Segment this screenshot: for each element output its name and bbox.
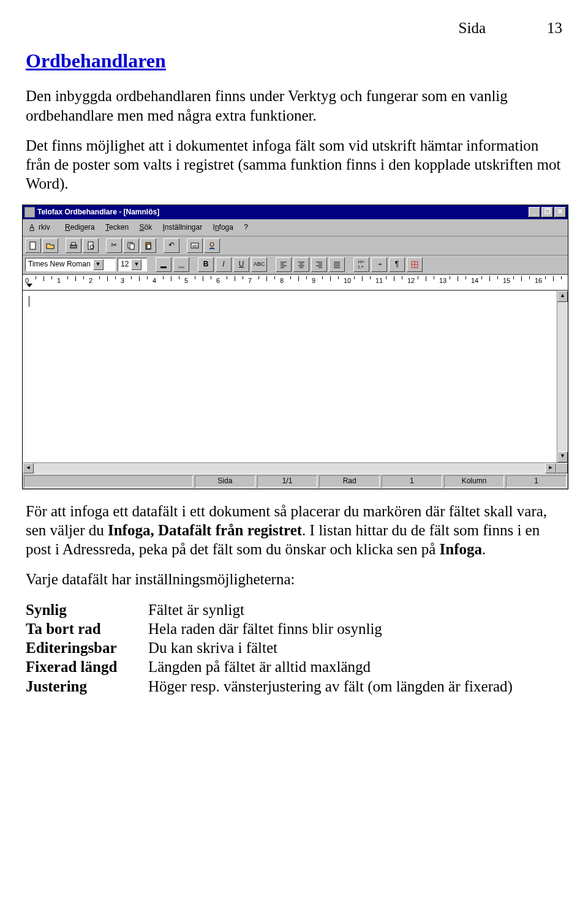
svg-rect-2 bbox=[72, 243, 75, 245]
definition-list: SynligFältet är synligtTa bort radHela r… bbox=[26, 600, 562, 696]
intro-para-2: Det finns möjlighet att i dokumentet inf… bbox=[26, 136, 562, 194]
italic-button[interactable]: I bbox=[216, 257, 232, 272]
highlight-button[interactable] bbox=[173, 257, 189, 272]
definition-description: Du kan skriva i fältet bbox=[148, 638, 562, 657]
dropdown-icon[interactable]: ▼ bbox=[131, 259, 141, 270]
definition-description: Höger resp. vänsterjustering av fält (om… bbox=[148, 677, 562, 696]
status-kolumn-value: 1 bbox=[506, 475, 567, 488]
definition-term: Fixerad längd bbox=[26, 657, 148, 676]
line-spacing-button[interactable]: H+L+ bbox=[353, 257, 369, 272]
ruler-indent-marker[interactable] bbox=[26, 284, 32, 287]
menu-installningar[interactable]: Inställningar bbox=[159, 222, 207, 233]
intro-para-1: Den inbyggda ordbehandlaren finns under … bbox=[26, 86, 562, 125]
para-4: Varje datafält har inställningsmöjlighet… bbox=[26, 570, 562, 589]
titlebar[interactable]: Telofax Ordbehandlare - [Namnlös] _ ❐ ✕ bbox=[23, 205, 568, 219]
statusbar: Sida 1/1 Rad 1 Kolumn 1 bbox=[23, 473, 568, 489]
table-button[interactable] bbox=[407, 257, 423, 272]
open-button[interactable] bbox=[42, 238, 58, 253]
definition-description: Längden på fältet är alltid maxlängd bbox=[148, 657, 562, 676]
font-color-button[interactable] bbox=[156, 257, 172, 272]
scroll-down-button[interactable]: ▼ bbox=[557, 451, 568, 462]
print-button[interactable] bbox=[66, 238, 81, 253]
scroll-right-button[interactable]: ► bbox=[545, 463, 556, 473]
status-kolumn-label: Kolumn bbox=[444, 475, 505, 488]
ruler-number: 1 bbox=[57, 277, 61, 285]
font-size-value: 12 bbox=[121, 260, 129, 269]
undo-button[interactable]: ↶ bbox=[164, 238, 179, 253]
pilcrow-button[interactable]: ¶ bbox=[389, 257, 405, 272]
definition-row: Ta bort radHela raden där fältet finns b… bbox=[26, 619, 562, 638]
svg-rect-0 bbox=[30, 242, 36, 249]
cut-button[interactable]: ✂ bbox=[106, 238, 122, 253]
svg-rect-8 bbox=[147, 244, 151, 249]
svg-text:ab: ab bbox=[192, 243, 198, 249]
svg-rect-6 bbox=[130, 244, 134, 249]
ruler-number: 5 bbox=[184, 277, 188, 285]
editor-area: ▲ ▼ bbox=[23, 290, 568, 462]
menu-sok[interactable]: Sök bbox=[135, 222, 156, 233]
new-button[interactable] bbox=[25, 238, 41, 253]
definition-row: Fixerad längdLängden på fältet är alltid… bbox=[26, 657, 562, 676]
scroll-up-button[interactable]: ▲ bbox=[557, 291, 568, 302]
scroll-left-button[interactable]: ◄ bbox=[23, 463, 34, 473]
underline-button[interactable]: U bbox=[233, 257, 249, 272]
ruler-number: 2 bbox=[89, 277, 92, 285]
menu-arkiv[interactable]: Arkiv bbox=[25, 220, 59, 235]
definition-term: Ta bort rad bbox=[26, 619, 148, 638]
toolbar-row-2: Times New Roman ▼ 12 ▼ B I U ABC H+L+ ⇥ … bbox=[23, 255, 568, 274]
page-label: Sida bbox=[459, 18, 486, 37]
copy-button[interactable] bbox=[123, 238, 139, 253]
dropdown-icon[interactable]: ▼ bbox=[93, 259, 104, 270]
svg-rect-12 bbox=[160, 266, 167, 268]
scrollbar-corner bbox=[556, 463, 568, 473]
print-preview-button[interactable] bbox=[83, 238, 99, 253]
menu-tecken[interactable]: Tecken bbox=[101, 222, 133, 233]
ruler-number: 6 bbox=[216, 277, 220, 285]
menu-help[interactable]: ? bbox=[239, 222, 252, 233]
definition-term: Editeringsbar bbox=[26, 638, 148, 657]
paste-button[interactable] bbox=[140, 238, 156, 253]
definition-row: EditeringsbarDu kan skriva i fältet bbox=[26, 638, 562, 657]
align-center-button[interactable] bbox=[293, 257, 309, 272]
font-name-combo[interactable]: Times New Roman ▼ bbox=[25, 258, 116, 271]
system-icon[interactable] bbox=[24, 207, 35, 217]
maximize-button[interactable]: ❐ bbox=[541, 207, 553, 217]
status-rad-value: 1 bbox=[382, 475, 442, 488]
minimize-button[interactable]: _ bbox=[529, 207, 540, 217]
ruler-number: 10 bbox=[344, 277, 351, 285]
horizontal-scrollbar[interactable]: ◄ ► bbox=[23, 462, 568, 473]
text-cursor bbox=[29, 296, 29, 307]
menu-infoga[interactable]: Infoga bbox=[209, 222, 238, 233]
indent-button[interactable]: ⇥ bbox=[371, 257, 387, 272]
toolbar-row-1: ✂ ↶ ab bbox=[23, 236, 568, 255]
align-justify-button[interactable] bbox=[329, 257, 345, 272]
person-button[interactable] bbox=[204, 238, 220, 253]
ruler-number: 7 bbox=[248, 277, 252, 285]
wordprocessor-window: Telofax Ordbehandlare - [Namnlös] _ ❐ ✕ … bbox=[22, 205, 568, 489]
align-left-button[interactable] bbox=[276, 257, 292, 272]
status-sida-label: Sida bbox=[195, 475, 255, 488]
spellcheck-button[interactable]: ABC bbox=[251, 257, 267, 272]
status-rad-label: Rad bbox=[319, 475, 380, 488]
ruler-number: 4 bbox=[153, 277, 156, 285]
ruler-number: 13 bbox=[439, 277, 447, 285]
ruler-number: 15 bbox=[503, 277, 510, 285]
close-button[interactable]: ✕ bbox=[554, 207, 566, 217]
definition-description: Fältet är synligt bbox=[148, 600, 562, 619]
window-title: Telofax Ordbehandlare - [Namnlös] bbox=[37, 208, 159, 217]
vertical-scrollbar[interactable]: ▲ ▼ bbox=[557, 291, 568, 462]
ruler[interactable]: 012345678910111213141516 bbox=[23, 274, 568, 290]
svg-rect-13 bbox=[178, 266, 184, 268]
document-page[interactable] bbox=[23, 291, 557, 462]
ruler-number: 9 bbox=[312, 277, 315, 285]
menubar: Arkiv Redigera Tecken Sök Inställningar … bbox=[23, 219, 568, 236]
menu-redigera[interactable]: Redigera bbox=[61, 222, 99, 233]
font-size-combo[interactable]: 12 ▼ bbox=[118, 258, 147, 271]
ruler-number: 14 bbox=[471, 277, 478, 285]
ruler-number: 16 bbox=[535, 277, 542, 285]
bold-button[interactable]: B bbox=[198, 257, 214, 272]
ruler-number: 8 bbox=[280, 277, 284, 285]
align-right-button[interactable] bbox=[311, 257, 327, 272]
insert-field-button[interactable]: ab bbox=[187, 238, 203, 253]
definition-row: SynligFältet är synligt bbox=[26, 600, 562, 619]
